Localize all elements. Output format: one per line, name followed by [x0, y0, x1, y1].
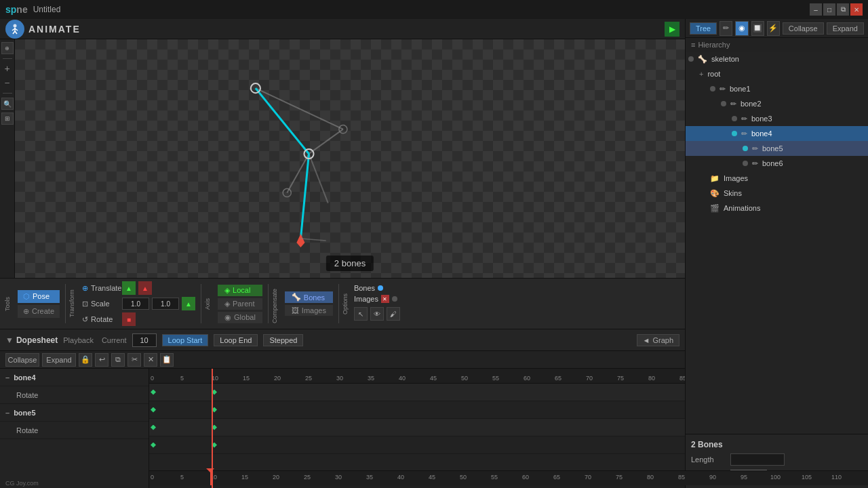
track-row-bone5[interactable]	[149, 419, 685, 436]
hier-bone1[interactable]: ✏ bone1	[686, 81, 868, 96]
bottom-tick-90: 90	[709, 474, 716, 481]
timeline-ruler: 0 5 10 15 20 25 30 35 40 45	[149, 369, 685, 384]
tree-icon-btn-4[interactable]: ⚡	[767, 21, 780, 36]
images-button[interactable]: 🖼 Images	[285, 305, 333, 316]
cursor-icon-btn[interactable]: ↖	[354, 307, 368, 321]
parent-button[interactable]: ◈ Parent	[218, 298, 262, 310]
track-bone4[interactable]: – bone4	[0, 369, 149, 386]
tick-35: 35	[368, 375, 374, 382]
tick-0: 0	[151, 375, 154, 382]
hier-bone5[interactable]: ✏ bone5	[686, 141, 868, 156]
tick-75: 75	[617, 375, 624, 382]
collapse-tracks-btn[interactable]: Collapse	[5, 353, 39, 367]
minimize-button[interactable]: –	[810, 3, 822, 16]
track-bone5[interactable]: – bone5	[0, 404, 149, 422]
bone1-dot	[710, 86, 715, 92]
create-button[interactable]: ⊕ Create	[18, 305, 60, 318]
keyframe-bone4-rot-0	[151, 407, 156, 413]
tool-btn-1[interactable]: ⊕	[1, 42, 14, 54]
svg-point-0	[14, 24, 17, 27]
length-row: Length	[691, 453, 863, 466]
bone4-rotate-label: Rotate	[16, 391, 38, 399]
expand-tracks-btn[interactable]: Expand	[42, 353, 76, 367]
collapse-btn[interactable]: Collapse	[783, 22, 824, 35]
pose-button[interactable]: ⬡ Pose	[18, 290, 60, 303]
scale-x-input[interactable]	[122, 298, 149, 310]
track-row-bone4[interactable]	[149, 384, 685, 401]
track-row-bone5-rotate[interactable]	[149, 436, 685, 454]
tree-tab[interactable]: Tree	[690, 22, 717, 35]
undo-btn[interactable]: ↩	[95, 353, 108, 367]
graph-btn[interactable]: ◄ Graph	[637, 334, 679, 346]
maximize-button[interactable]: □	[823, 3, 835, 16]
track-row-bone4-rotate[interactable]	[149, 401, 685, 419]
grid-tool[interactable]: ⊞	[1, 113, 14, 125]
bone4-icon: ✏	[741, 129, 747, 138]
hier-root[interactable]: + root	[686, 66, 868, 81]
global-button[interactable]: ◉ Global	[218, 312, 262, 323]
zoom-plus[interactable]: +	[4, 63, 9, 74]
bone4-label: bone4	[14, 373, 35, 382]
play-button[interactable]: ▶	[665, 22, 679, 37]
expand-btn[interactable]: Expand	[827, 22, 864, 35]
scale-btn[interactable]: ▲	[182, 297, 195, 310]
search-tool[interactable]: 🔍	[1, 98, 14, 110]
length-input[interactable]	[730, 453, 785, 466]
current-frame-input[interactable]	[132, 333, 157, 347]
local-button[interactable]: ◈ Local	[218, 285, 262, 296]
hier-bone2[interactable]: ✏ bone2	[686, 96, 868, 111]
copy-btn[interactable]: ⧉	[111, 353, 125, 367]
eye-icon-btn[interactable]: 👁	[370, 307, 384, 321]
graph-arrow-icon: ◄	[643, 336, 650, 344]
scale-y-input[interactable]	[152, 298, 179, 310]
scale-row: ⊡ Scale ▲	[82, 297, 195, 310]
zoom-minus[interactable]: –	[1, 77, 14, 89]
cut-btn[interactable]: ✂	[127, 353, 141, 367]
skeleton-svg	[15, 39, 685, 278]
bone2-dot	[721, 101, 726, 106]
restore-button[interactable]: ⧉	[837, 3, 849, 16]
translate-row: ⊕ Translate ▲ ▲	[82, 281, 195, 295]
rotate-red-btn[interactable]: ■	[122, 312, 136, 326]
delete-btn[interactable]: ✕	[144, 353, 157, 367]
svg-point-12	[251, 83, 260, 93]
bottom-tick-25: 25	[304, 474, 311, 481]
hier-bone3[interactable]: ✏ bone3	[686, 111, 868, 126]
loop-start-btn[interactable]: Loop Start	[162, 334, 209, 346]
hier-bone6[interactable]: ✏ bone6	[686, 156, 868, 171]
svg-line-5	[15, 31, 17, 34]
images-folder-label: Images	[724, 174, 748, 182]
paint-icon-btn[interactable]: 🖌	[387, 307, 400, 321]
tree-icon-btn-2[interactable]: ◉	[735, 21, 748, 36]
translate-red-btn[interactable]: ▲	[138, 281, 152, 295]
bone6-label: bone6	[762, 159, 783, 167]
animations-icon: 🎬	[710, 204, 719, 213]
lock-btn[interactable]: 🔒	[79, 353, 92, 367]
canvas-area: ⊕ + – 🔍 ⊞	[0, 39, 685, 278]
translate-green-btn[interactable]: ▲	[122, 281, 136, 295]
loop-end-btn[interactable]: Loop End	[214, 334, 258, 346]
hier-animations[interactable]: 🎬 Animations	[686, 201, 868, 216]
window-controls: – □ ⧉ ✕	[810, 3, 863, 16]
hier-skins[interactable]: 🎨 Skins	[686, 186, 868, 201]
pose-icon: ⬡	[23, 292, 30, 301]
track-bone4-rotate[interactable]: Rotate	[0, 386, 149, 404]
images-x-btn[interactable]: ✕	[381, 295, 389, 303]
hier-bone4[interactable]: ✏ bone4	[686, 126, 868, 141]
bones-button[interactable]: 🦴 Bones	[285, 291, 333, 303]
watermark: CG Joy.com	[5, 480, 39, 487]
svg-line-6	[256, 88, 343, 129]
bones-dot	[378, 285, 383, 291]
track-bone5-rotate[interactable]: Rotate	[0, 422, 149, 439]
close-button[interactable]: ✕	[850, 3, 863, 16]
canvas-viewport[interactable]: 2 bones	[15, 39, 685, 278]
bone5-dot	[743, 146, 748, 151]
paste-btn[interactable]: 📋	[160, 353, 174, 367]
divider-4	[338, 284, 339, 323]
hier-skeleton[interactable]: 🦴 skeleton	[686, 52, 868, 66]
canvas-status: 2 bones	[326, 256, 374, 271]
tree-icon-btn-3[interactable]: 🔲	[751, 21, 764, 36]
hier-images[interactable]: 📁 Images	[686, 171, 868, 186]
tree-icon-btn-1[interactable]: ✏	[719, 21, 732, 36]
stepped-btn[interactable]: Stepped	[263, 334, 303, 346]
